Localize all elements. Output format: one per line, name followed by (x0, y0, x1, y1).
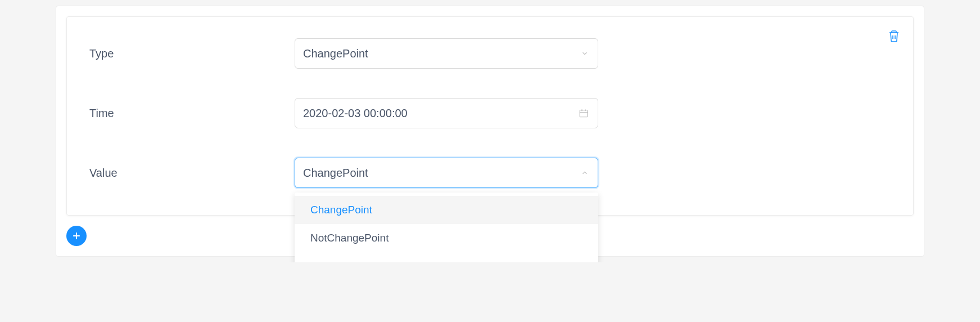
outer-card: Type ChangePoint Time 2020-02-03 00:00:0… (56, 6, 924, 257)
type-select-value: ChangePoint (303, 47, 368, 60)
value-label: Value (89, 167, 295, 180)
value-select-value: ChangePoint (303, 167, 368, 180)
type-select-wrapper: ChangePoint (295, 38, 598, 69)
value-row: Value ChangePoint ChangePoint NotChangeP… (89, 158, 891, 188)
dropdown-option-notchangepoint[interactable]: NotChangePoint (295, 224, 598, 252)
dropdown-option-changepoint[interactable]: ChangePoint (295, 196, 598, 224)
value-select[interactable]: ChangePoint (295, 158, 598, 188)
dropdown-option-autodetect[interactable]: AutoDetect (295, 252, 598, 262)
plus-icon (71, 230, 82, 242)
time-label: Time (89, 107, 295, 120)
svg-rect-0 (580, 110, 588, 117)
type-row: Type ChangePoint (89, 38, 891, 69)
value-dropdown: ChangePoint NotChangePoint AutoDetect (295, 193, 598, 262)
time-row: Time 2020-02-03 00:00:00 (89, 98, 891, 128)
delete-button[interactable] (887, 29, 901, 43)
time-value: 2020-02-03 00:00:00 (303, 107, 408, 120)
trash-icon (887, 29, 901, 43)
chevron-down-icon (581, 50, 589, 57)
calendar-icon (579, 108, 589, 118)
type-label: Type (89, 47, 295, 60)
form-card: Type ChangePoint Time 2020-02-03 00:00:0… (66, 16, 914, 216)
chevron-up-icon (581, 169, 589, 177)
time-datepicker[interactable]: 2020-02-03 00:00:00 (295, 98, 598, 128)
add-button[interactable] (66, 226, 87, 246)
value-select-wrapper: ChangePoint ChangePoint NotChangePoint A… (295, 158, 598, 188)
type-select[interactable]: ChangePoint (295, 38, 598, 69)
